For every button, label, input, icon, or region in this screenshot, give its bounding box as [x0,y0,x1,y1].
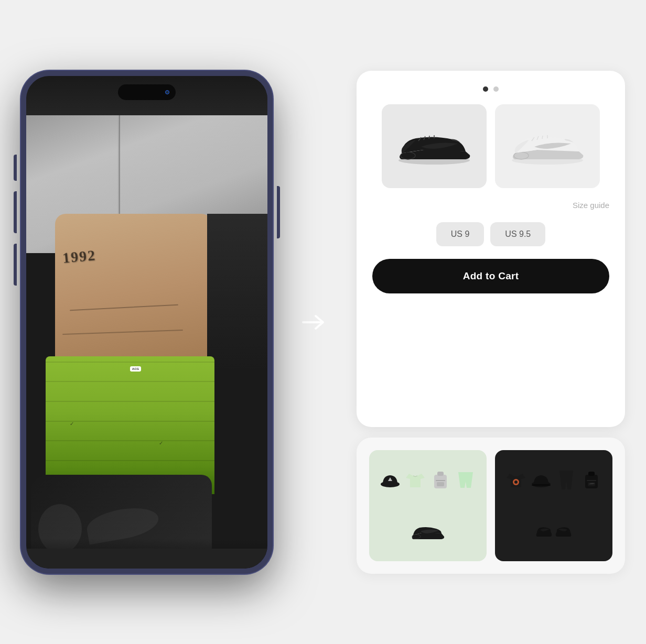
volume-up-button[interactable] [14,191,17,233]
volume-down-button[interactable] [14,244,17,286]
size-guide-row: Size guide [372,201,609,210]
mute-button[interactable] [14,155,17,181]
tattoo-text: 1992 [62,247,97,266]
svg-line-4 [429,136,429,139]
svg-point-7 [514,152,529,159]
svg-rect-22 [585,475,598,488]
outfit2-shoes [533,520,575,543]
size-us9-button[interactable]: US 9 [436,222,484,246]
svg-rect-16 [436,480,445,481]
outfit2-bag [580,468,603,492]
front-camera [165,90,169,94]
shoe-image-white[interactable] [495,104,600,188]
outfit-1[interactable] [369,450,487,561]
outfit-images [369,450,612,561]
svg-rect-17 [437,482,444,486]
phone-frame: 1992 ✓ ✓ [21,71,273,574]
shoe-images [372,104,609,188]
phone-photo: 1992 ✓ ✓ [26,76,267,569]
size-guide-label[interactable]: Size guide [573,201,609,210]
svg-line-10 [542,136,543,139]
swatch-white[interactable] [493,86,499,92]
arrow-container [294,307,336,338]
outfit2-hat [530,468,553,492]
svg-rect-23 [588,472,595,476]
product-card: Size guide US 9 US 9.5 Add to Cart [357,71,625,427]
size-buttons: US 9 US 9.5 [372,222,609,246]
phone-screen: 1992 ✓ ✓ [26,76,267,569]
svg-rect-14 [434,475,447,488]
outfit1-shoe [407,520,449,543]
outfit-2[interactable] [495,450,612,561]
phone-mockup: 1992 ✓ ✓ [21,71,273,574]
outfit1-shorts [454,468,477,492]
outfit2-shirt [504,468,527,492]
add-to-cart-button[interactable]: Add to Cart [372,259,609,293]
outfit1-bag [429,468,452,492]
svg-point-18 [412,534,421,539]
right-panel: Size guide US 9 US 9.5 Add to Cart [357,71,625,574]
outfit1-hat [379,468,402,492]
shoe-image-black[interactable] [382,104,487,188]
svg-rect-15 [437,472,444,476]
dynamic-island [118,84,176,100]
svg-point-1 [401,152,415,159]
direction-arrow [299,307,330,338]
swatch-black[interactable] [483,86,488,92]
color-swatches [372,86,609,92]
outfit1-shirt [404,468,427,492]
svg-point-20 [514,481,518,484]
power-button[interactable] [277,186,280,238]
scene: 1992 ✓ ✓ [0,0,646,644]
outfit2-pants [555,468,578,492]
outfit-card [357,438,625,574]
svg-rect-24 [587,480,596,481]
size-us95-button[interactable]: US 9.5 [490,222,545,246]
